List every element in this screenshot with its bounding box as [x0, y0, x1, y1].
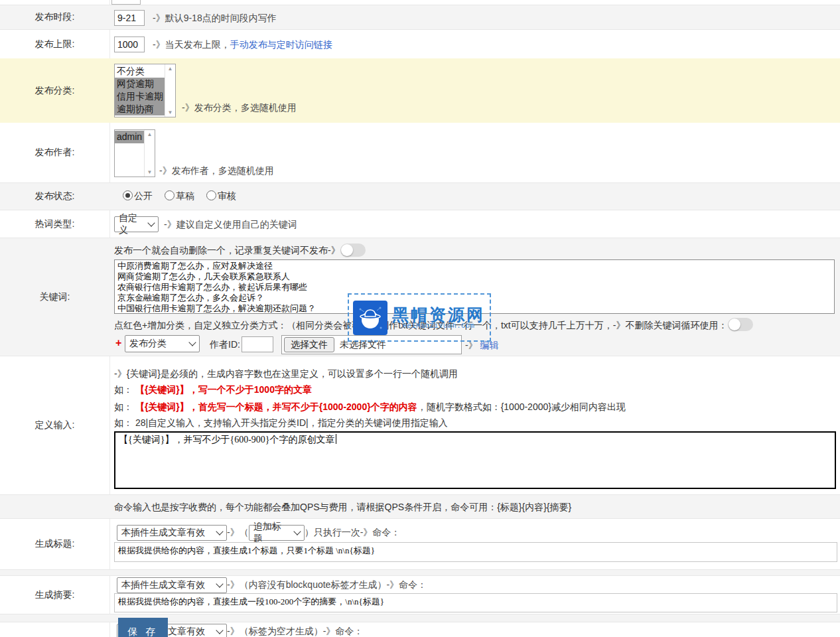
watermark-title: 黑帽资源网 — [392, 306, 485, 323]
example-prefix: 如： — [114, 417, 133, 429]
row-publish-author: 发布作者: admin ▲ ▼ -》发布作者，多选随机使用 — [0, 123, 840, 182]
scroll-down-icon[interactable]: ▼ — [147, 169, 153, 175]
row-publish-status: 发布状态: 公开 草稿 审核 — [0, 182, 840, 210]
row-publish-time: 发布时段: -》默认9-18点的时间段内写作 — [0, 5, 840, 30]
gen-abstract-tail: -》（内容没有blockquote标签才生成）-》命令： — [227, 579, 427, 591]
author-option[interactable]: admin — [115, 131, 144, 143]
row-hotword-type: 热词类型: 自定义 -》建议自定义使用自己的关键词 — [0, 210, 840, 238]
publish-status-label: 发布状态: — [0, 183, 109, 210]
publish-time-hint: -》默认9-18点的时间段内写作 — [153, 13, 277, 25]
gen-title-tail: ）只执行一次-》命令： — [305, 527, 401, 539]
define-input-label: 定义输入: — [0, 356, 109, 494]
gen-abstract-controls: 本插件生成文章有效 -》（内容没有blockquote标签才生成）-》命令： — [117, 577, 427, 593]
define-example-2: 如： 【{关键词}】，首先写一个标题，并写不少于{1000-2000}个字的内容… — [114, 401, 626, 413]
hotword-type-label: 热词类型: — [0, 210, 109, 238]
gen-tags-tail: -》（标签为空才生成）-》命令： — [227, 626, 363, 637]
add-category-button[interactable]: + — [115, 337, 121, 349]
duplicate-delete-toggle[interactable] — [340, 244, 366, 257]
define-input-text: 【{关键词}】，并写不少于{600-900}个字的原创文章 — [119, 435, 335, 445]
chevron-down-icon — [216, 528, 223, 535]
category-option[interactable]: 信用卡逾期 — [115, 90, 165, 103]
manual-publish-link[interactable]: 手动发布与定时访问链接 — [230, 39, 332, 50]
radio-public[interactable] — [123, 190, 133, 200]
watermark-text: 黑帽资源网 HeiMaoZiYuan.Com — [392, 306, 485, 330]
row-publish-category: 发布分类: 不分类 网贷逾期 信用卡逾期 逾期协商 ▲ ▼ -》发布分类，多选随… — [0, 58, 840, 123]
command-note: 命令输入也是按字收费的，每个功能都会叠加QPS与费用，请根据QPS条件开启，命令… — [114, 502, 571, 514]
category-option[interactable]: 逾期协商 — [115, 103, 165, 115]
author-id-input[interactable] — [242, 336, 273, 352]
cut-off-input — [111, 0, 141, 5]
category-multiselect[interactable]: 不分类 网贷逾期 信用卡逾期 逾期协商 ▲ ▼ — [114, 64, 176, 117]
define-example-3: 如： 28|自定义输入，支持输入开头指定分类ID|，指定分类的关键词使用指定输入 — [114, 417, 448, 429]
define-input-textarea[interactable]: 【{关键词}】，并写不少于{600-900}个字的原创文章 — [114, 431, 836, 489]
publish-status-radios: 公开 草稿 审核 — [123, 190, 245, 202]
gen-title-label: 生成标题: — [0, 519, 109, 569]
keyword-category-value: 发布分类 — [129, 338, 167, 350]
keywords-toggle-line: 发布一个就会自动删除一个，记录重复关键词不发布-》 — [114, 245, 340, 257]
scroll-up-icon[interactable]: ▲ — [147, 131, 153, 137]
author-multiselect[interactable]: admin ▲ ▼ — [114, 129, 155, 177]
define-example-1: 如： 【{关键词}】，写一个不少于1000字的文章 — [114, 384, 312, 396]
example-2-red: 【{关键词}】，首先写一个标题，并写不少于{1000-2000}个字的内容 — [135, 401, 417, 413]
radio-draft-label: 草稿 — [176, 190, 194, 201]
hotword-type-hint: -》建议自定义使用自己的关键词 — [164, 219, 297, 231]
chevron-down-icon — [216, 580, 223, 587]
radio-draft[interactable] — [165, 190, 175, 200]
save-button[interactable]: 保 存 — [118, 618, 168, 637]
chevron-down-icon — [188, 338, 196, 346]
example-prefix: 如： — [114, 401, 133, 413]
hotword-type-select[interactable]: 自定义 — [114, 216, 159, 232]
publish-category-label: 发布分类: — [0, 58, 109, 123]
gen-abstract-effect-value: 本插件生成文章有效 — [121, 579, 205, 591]
publish-limit-hint-text: -》当天发布上限， — [153, 39, 230, 50]
radio-review[interactable] — [206, 190, 216, 200]
keyword-category-select[interactable]: 发布分类 — [125, 335, 200, 352]
category-option[interactable]: 不分类 — [115, 65, 165, 78]
row-divider — [0, 569, 840, 576]
author-options: admin — [115, 130, 144, 177]
scroll-up-icon[interactable]: ▲ — [168, 66, 173, 72]
scroll-down-icon[interactable]: ▼ — [168, 109, 173, 115]
gen-title-mid: -》（ — [227, 527, 249, 539]
author-id-label: 作者ID: — [210, 339, 240, 351]
row-publish-limit: 发布上限: -》当天发布上限，手动发布与定时访问链接 — [0, 30, 840, 58]
gen-title-mode-select[interactable]: 追加标题 — [249, 525, 305, 541]
author-scrollbar[interactable]: ▲ ▼ — [144, 130, 155, 177]
row-command-note: 命令输入也是按字收费的，每个功能都会叠加QPS与费用，请根据QPS条件开启，命令… — [0, 494, 840, 519]
define-line1: -》{关键词}是必须的，生成内容字数也在这里定义，可以设置多个一行一个随机调用 — [114, 368, 458, 380]
category-option[interactable]: 网贷逾期 — [115, 78, 165, 90]
gen-title-controls: 本插件生成文章有效 -》（ 追加标题 ）只执行一次-》命令： — [117, 525, 400, 541]
example-2-normal: ，随机字数格式如：{1000-2000}减少相同内容出现 — [417, 401, 626, 413]
publish-author-label: 发布作者: — [0, 123, 109, 182]
watermark-subtitle: HeiMaoZiYuan.Com — [403, 322, 475, 330]
category-scrollbar[interactable]: ▲ ▼ — [165, 64, 175, 117]
publish-limit-input[interactable] — [114, 36, 145, 52]
radio-review-label: 审核 — [218, 190, 236, 201]
row-gen-title: 生成标题: 本插件生成文章有效 -》（ 追加标题 ）只执行一次-》命令： 根据我… — [0, 519, 840, 569]
gen-title-command-textarea[interactable]: 根据我提供给你的内容，直接生成1个标题，只要1个标题 \n\n{标题} — [114, 542, 837, 562]
publish-time-input[interactable] — [114, 10, 145, 26]
watermark-logo-icon — [353, 301, 387, 335]
gen-abstract-label: 生成摘要: — [0, 576, 109, 614]
example-3-text: 28|自定义输入，支持输入开头指定分类ID|，指定分类的关键词使用指定输入 — [135, 417, 448, 429]
publish-time-label: 发布时段: — [0, 5, 109, 29]
example-prefix: 如： — [114, 384, 133, 396]
gen-title-effect-select[interactable]: 本插件生成文章有效 — [117, 525, 227, 541]
chevron-down-icon — [147, 219, 155, 226]
gen-abstract-command-textarea[interactable]: 根据我提供给你的内容，直接生成一段100-200个字的摘要，\n\n{标题} — [114, 593, 837, 612]
publish-limit-label: 发布上限: — [0, 30, 109, 58]
chevron-down-icon — [293, 528, 301, 535]
publish-category-hint: -》发布分类，多选随机使用 — [182, 102, 297, 114]
row-gen-abstract: 生成摘要: 本插件生成文章有效 -》（内容没有blockquote标签才生成）-… — [0, 576, 840, 614]
gen-title-effect-value: 本插件生成文章有效 — [121, 527, 205, 539]
plugin-settings-page: 发布时段: -》默认9-18点的时间段内写作 发布上限: -》当天发布上限，手动… — [0, 0, 840, 637]
choose-file-button[interactable]: 选择文件 — [284, 337, 334, 352]
text-caret — [336, 434, 336, 444]
gen-abstract-effect-select[interactable]: 本插件生成文章有效 — [117, 577, 227, 593]
chevron-down-icon — [216, 626, 223, 634]
hotword-type-value: 自定义 — [119, 212, 143, 236]
keywords-label: 关键词: — [0, 238, 109, 356]
keyword-loop-toggle[interactable] — [728, 318, 753, 331]
category-options: 不分类 网贷逾期 信用卡逾期 逾期协商 — [115, 64, 165, 117]
example-1-red: 【{关键词}】，写一个不少于1000字的文章 — [135, 384, 312, 396]
